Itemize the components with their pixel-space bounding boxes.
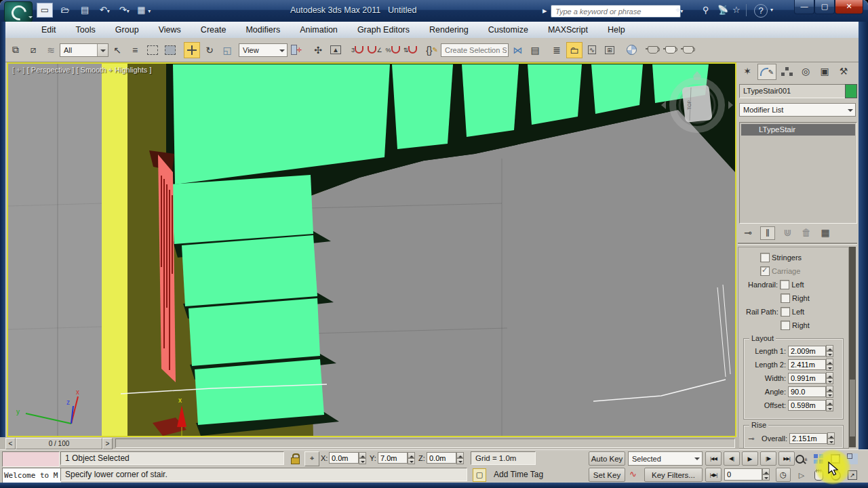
menu-create[interactable]: Create xyxy=(192,22,235,38)
handrail-left-checkbox[interactable] xyxy=(780,280,789,289)
application-menu-button[interactable] xyxy=(4,1,33,22)
y-coordinate-field[interactable] xyxy=(378,452,408,464)
angle-field[interactable] xyxy=(788,386,826,397)
time-prev-button[interactable]: < xyxy=(5,438,16,449)
field-of-view-icon[interactable]: ▷ xyxy=(794,468,809,483)
save-file-icon[interactable]: ▤ xyxy=(77,3,92,17)
zoom-icon[interactable]: ± xyxy=(794,451,809,466)
rollout-scrollbar[interactable] xyxy=(849,247,856,447)
tab-hierarchy-icon[interactable] xyxy=(778,64,795,79)
unlink-selection-icon[interactable]: ⧄ xyxy=(25,42,41,58)
rectangular-selection-region-icon[interactable] xyxy=(144,42,161,58)
maximize-button[interactable]: ▢ xyxy=(814,0,835,14)
menu-help[interactable]: Help xyxy=(599,22,634,38)
set-key-button[interactable]: Set Key xyxy=(589,468,625,482)
rail-path-left-checkbox[interactable] xyxy=(781,307,790,317)
select-and-move-icon[interactable] xyxy=(184,42,200,58)
spinner-snap-icon[interactable]: ⇅ xyxy=(402,42,418,58)
scrollbar-thumb[interactable] xyxy=(850,380,855,436)
stringers-checkbox[interactable] xyxy=(760,253,770,262)
go-to-end-button[interactable]: ▶▶| xyxy=(778,451,795,466)
object-name-field[interactable]: LTypeStair001 xyxy=(739,84,847,98)
snaps-toggle-icon[interactable]: 3 xyxy=(349,42,366,58)
graphite-modeling-tools-icon[interactable]: 🗀 xyxy=(566,42,583,58)
z-spinner[interactable] xyxy=(456,452,464,464)
search-jump-icon[interactable]: ▸ xyxy=(542,5,547,16)
select-object-icon[interactable]: ↖ xyxy=(109,42,125,58)
align-icon[interactable]: ▤ xyxy=(527,42,543,58)
subscription-satellite-icon[interactable]: 📡 xyxy=(717,5,728,15)
curve-editor-icon[interactable]: ∿ xyxy=(584,42,600,58)
new-key-curve-icon[interactable]: ∿ xyxy=(629,469,642,481)
project-folder-icon[interactable]: ▦ ▾ xyxy=(136,3,151,17)
angle-spinner[interactable] xyxy=(826,386,833,398)
search-binoculars-icon[interactable]: ⌖▾ xyxy=(675,5,683,16)
key-mode-toggle-button[interactable]: |◀▶| xyxy=(705,468,722,482)
make-unique-icon[interactable]: ⋓ xyxy=(781,226,794,239)
configure-modifier-sets-icon[interactable]: ▦ xyxy=(818,226,832,239)
auto-key-button[interactable]: Auto Key xyxy=(589,451,625,466)
handrail-right-checkbox[interactable] xyxy=(781,293,790,303)
undo-icon[interactable]: ↶▾ xyxy=(97,3,112,17)
window-crossing-icon[interactable] xyxy=(162,42,178,58)
menu-animation[interactable]: Animation xyxy=(291,22,347,38)
length1-field[interactable] xyxy=(788,346,826,357)
percent-snap-icon[interactable]: % xyxy=(384,42,401,58)
menu-edit[interactable]: Edit xyxy=(33,22,65,38)
go-to-start-button[interactable]: |◀◀ xyxy=(705,451,722,466)
new-scene-icon[interactable]: ▭ xyxy=(37,3,53,18)
rendered-frame-window-icon[interactable] xyxy=(663,42,679,58)
time-configuration-icon[interactable]: ◷ xyxy=(776,468,791,482)
angle-snap-icon[interactable]: ∠ xyxy=(367,42,383,58)
viewport-label[interactable]: [ + ] [ Perspective ] [ Smooth + Highlig… xyxy=(12,66,151,74)
menu-customize[interactable]: Customize xyxy=(479,22,537,38)
menu-rendering[interactable]: Rendering xyxy=(420,22,477,38)
favorites-star-icon[interactable]: ☆ xyxy=(732,5,741,15)
maxscript-listener-pink[interactable] xyxy=(2,451,60,467)
select-by-name-icon[interactable]: ≡ xyxy=(127,42,143,58)
tab-motion-icon[interactable]: ◎ xyxy=(797,64,814,79)
viewport-shading-menu[interactable]: [ Smooth + Highlights ] xyxy=(76,66,151,74)
offset-spinner[interactable] xyxy=(826,399,833,411)
menu-tools[interactable]: Tools xyxy=(67,22,104,38)
select-and-rotate-icon[interactable]: ↻ xyxy=(201,42,218,58)
z-coordinate-field[interactable] xyxy=(427,452,456,464)
previous-frame-button[interactable]: ◀| xyxy=(724,451,740,466)
reference-coordinate-dropdown[interactable]: View xyxy=(239,43,288,57)
tab-utilities-icon[interactable]: ⚒ xyxy=(835,64,852,79)
overall-spinner[interactable] xyxy=(827,432,835,445)
key-filters-button[interactable]: Key Filters... xyxy=(644,468,703,482)
minimize-button[interactable]: — xyxy=(794,0,814,14)
offset-field[interactable] xyxy=(788,400,826,411)
named-selection-set-combobox[interactable] xyxy=(441,43,509,57)
remove-modifier-icon[interactable]: 🗑 xyxy=(800,226,813,239)
modifier-stack-item[interactable]: LTypeStair xyxy=(741,124,855,136)
width-spinner[interactable] xyxy=(826,372,833,384)
use-pivot-point-center-icon[interactable]: ✛ xyxy=(288,42,304,58)
viewport-pov-menu[interactable]: [ Perspective ] xyxy=(27,66,75,74)
help-chevron-icon[interactable]: ▾ xyxy=(770,7,773,13)
time-slider-handle[interactable]: 0 / 100 xyxy=(16,438,102,449)
x-coordinate-field[interactable] xyxy=(329,452,359,464)
add-time-tag[interactable]: Add Time Tag xyxy=(490,468,564,481)
show-end-result-icon[interactable]: ‖ xyxy=(760,226,775,240)
menu-maxscript[interactable]: MAXScript xyxy=(539,22,597,38)
time-next-button[interactable]: > xyxy=(102,438,113,449)
carriage-checkbox[interactable] xyxy=(760,266,770,276)
key-mode-dropdown[interactable]: Selected xyxy=(628,451,703,466)
help-icon[interactable]: ? xyxy=(754,4,768,18)
overall-field[interactable] xyxy=(789,433,827,444)
select-and-manipulate-icon[interactable]: ✣ xyxy=(310,42,326,58)
render-setup-icon[interactable] xyxy=(645,42,661,58)
redo-icon[interactable]: ↷▾ xyxy=(117,3,132,17)
selection-lock-icon[interactable] xyxy=(288,451,302,465)
modifier-list-dropdown[interactable]: Modifier List xyxy=(739,103,856,117)
tab-display-icon[interactable]: ▣ xyxy=(816,64,833,79)
rail-path-right-checkbox[interactable] xyxy=(781,321,790,330)
layer-manager-icon[interactable]: ≣ xyxy=(549,42,565,58)
tab-create-icon[interactable]: ✶ xyxy=(738,64,756,79)
menu-group[interactable]: Group xyxy=(106,22,148,38)
communication-key-icon[interactable]: ⚲ xyxy=(703,5,709,15)
y-spinner[interactable] xyxy=(408,452,415,464)
keyboard-shortcut-override-icon[interactable]: ▲ xyxy=(328,42,344,58)
